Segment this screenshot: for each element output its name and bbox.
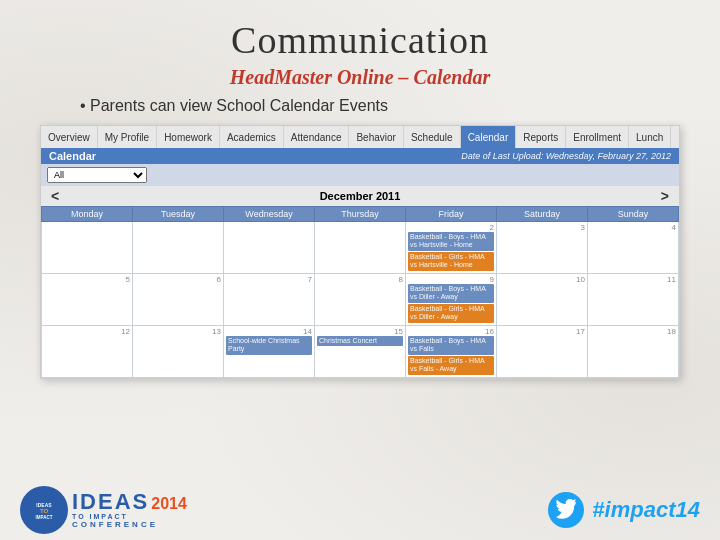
- calendar-cell[interactable]: [42, 222, 133, 274]
- cell-number: 2: [408, 223, 494, 232]
- event-item[interactable]: Basketball - Boys - HMA vs Diller - Away: [408, 284, 494, 303]
- event-item[interactable]: Basketball - Boys - HMA vs Hartsville - …: [408, 232, 494, 251]
- calendar-cell[interactable]: 2Basketball - Boys - HMA vs Hartsville -…: [406, 222, 497, 274]
- nav-academics[interactable]: Academics: [220, 126, 284, 148]
- svg-text:IMPACT: IMPACT: [36, 515, 53, 520]
- calendar-cell[interactable]: 10: [497, 274, 588, 326]
- svg-text:TO: TO: [40, 508, 49, 514]
- event-item[interactable]: Basketball - Girls - HMA vs Diller - Awa…: [408, 304, 494, 323]
- cell-number: 16: [408, 327, 494, 336]
- cell-number: 6: [135, 275, 221, 284]
- cal-prev-btn[interactable]: <: [47, 188, 63, 204]
- event-item[interactable]: Basketball - Girls - HMA vs Falls - Away: [408, 356, 494, 375]
- cell-number: 12: [44, 327, 130, 336]
- calendar-cell[interactable]: 3: [497, 222, 588, 274]
- event-item[interactable]: Basketball - Boys - HMA vs Falls: [408, 336, 494, 355]
- hashtag-symbol: #: [592, 497, 604, 522]
- bottom-bar: IDEAS TO IMPACT IDEAS 2014 TO IMPACT CON…: [0, 480, 720, 540]
- calendar-cell[interactable]: 17: [497, 326, 588, 378]
- nav-behavior[interactable]: Behavior: [349, 126, 403, 148]
- calendar-cell[interactable]: 8: [315, 274, 406, 326]
- cal-next-btn[interactable]: >: [657, 188, 673, 204]
- nav-reports[interactable]: Reports: [516, 126, 566, 148]
- event-item[interactable]: School-wide Christmas Party: [226, 336, 312, 355]
- calendar-cell[interactable]: 16Basketball - Boys - HMA vs FallsBasket…: [406, 326, 497, 378]
- slide-container: Communication HeadMaster Online – Calend…: [0, 0, 720, 540]
- cell-number: 11: [590, 275, 676, 284]
- calendar-cell[interactable]: [133, 222, 224, 274]
- page-header: Calendar Date of Last Upload: Wednesday,…: [41, 148, 679, 164]
- ideas-logo-icon: IDEAS TO IMPACT: [20, 486, 68, 534]
- calendar-header-row: Monday Tuesday Wednesday Thursday Friday…: [42, 207, 679, 222]
- col-sunday: Sunday: [588, 207, 679, 222]
- calendar-cell[interactable]: 12: [42, 326, 133, 378]
- cell-number: 9: [408, 275, 494, 284]
- cal-month-year: December 2011: [320, 190, 401, 202]
- calendar-cell[interactable]: [315, 222, 406, 274]
- calendar-cell[interactable]: 7: [224, 274, 315, 326]
- nav-enrollment[interactable]: Enrollment: [566, 126, 629, 148]
- sub-title: HeadMaster Online – Calendar: [230, 66, 491, 89]
- event-item[interactable]: Basketball - Girls - HMA vs Hartsville -…: [408, 252, 494, 271]
- col-monday: Monday: [42, 207, 133, 222]
- cell-number: 8: [317, 275, 403, 284]
- app-screenshot: Overview My Profile Homework Academics A…: [40, 125, 680, 379]
- cell-number: 15: [317, 327, 403, 336]
- table-row: 121314School-wide Christmas Party15Chris…: [42, 326, 679, 378]
- cell-number: 10: [499, 275, 585, 284]
- table-row: 56789Basketball - Boys - HMA vs Diller -…: [42, 274, 679, 326]
- filter-select[interactable]: All: [47, 167, 147, 183]
- cell-number: 3: [499, 223, 585, 232]
- cell-number: 14: [226, 327, 312, 336]
- cal-nav: < December 2011 >: [41, 186, 679, 206]
- nav-schedule[interactable]: Schedule: [404, 126, 461, 148]
- nav-myprofile[interactable]: My Profile: [98, 126, 157, 148]
- calendar-cell[interactable]: 13: [133, 326, 224, 378]
- col-saturday: Saturday: [497, 207, 588, 222]
- col-tuesday: Tuesday: [133, 207, 224, 222]
- event-item[interactable]: Christmas Concert: [317, 336, 403, 346]
- calendar-body: 2Basketball - Boys - HMA vs Hartsville -…: [42, 222, 679, 378]
- logo-conference-text: TO IMPACT: [72, 513, 187, 520]
- twitter-icon: [548, 492, 584, 528]
- nav-overview[interactable]: Overview: [41, 126, 98, 148]
- col-thursday: Thursday: [315, 207, 406, 222]
- hashtag-text: #impact14: [592, 497, 700, 523]
- calendar-cell[interactable]: 6: [133, 274, 224, 326]
- logo-text-block: IDEAS 2014 TO IMPACT CONFERENCE: [72, 491, 187, 529]
- calendar-cell[interactable]: 4: [588, 222, 679, 274]
- calendar-cell[interactable]: 18: [588, 326, 679, 378]
- cell-number: 13: [135, 327, 221, 336]
- calendar-cell[interactable]: 5: [42, 274, 133, 326]
- cell-number: 17: [499, 327, 585, 336]
- bullet-point: Parents can view School Calendar Events: [0, 97, 388, 115]
- date-info: Date of Last Upload: Wednesday, February…: [461, 151, 671, 161]
- col-friday: Friday: [406, 207, 497, 222]
- calendar-cell[interactable]: 14School-wide Christmas Party: [224, 326, 315, 378]
- col-wednesday: Wednesday: [224, 207, 315, 222]
- ideas-logo: IDEAS TO IMPACT IDEAS 2014 TO IMPACT CON…: [20, 486, 187, 534]
- nav-calendar[interactable]: Calendar: [461, 126, 517, 148]
- cell-number: 5: [44, 275, 130, 284]
- calendar-table: Monday Tuesday Wednesday Thursday Friday…: [41, 206, 679, 378]
- hashtag-block: #impact14: [548, 492, 700, 528]
- nav-homework[interactable]: Homework: [157, 126, 220, 148]
- logo-conference-label: CONFERENCE: [72, 520, 187, 529]
- calendar-cell[interactable]: [224, 222, 315, 274]
- cell-number: 4: [590, 223, 676, 232]
- calendar-cell[interactable]: 15Christmas Concert: [315, 326, 406, 378]
- logo-ideas-text: IDEAS: [72, 491, 149, 513]
- nav-bar: Overview My Profile Homework Academics A…: [41, 126, 679, 148]
- table-row: 2Basketball - Boys - HMA vs Hartsville -…: [42, 222, 679, 274]
- logo-year: 2014: [151, 495, 187, 513]
- calendar-cell[interactable]: 9Basketball - Boys - HMA vs Diller - Awa…: [406, 274, 497, 326]
- hashtag-word: impact14: [605, 497, 700, 522]
- calendar-cell[interactable]: 11: [588, 274, 679, 326]
- nav-attendance[interactable]: Attendance: [284, 126, 350, 148]
- filter-row: All: [41, 164, 679, 186]
- cell-number: 18: [590, 327, 676, 336]
- page-header-label: Calendar: [49, 150, 96, 162]
- main-title: Communication: [231, 18, 489, 62]
- nav-lunch[interactable]: Lunch: [629, 126, 671, 148]
- cell-number: 7: [226, 275, 312, 284]
